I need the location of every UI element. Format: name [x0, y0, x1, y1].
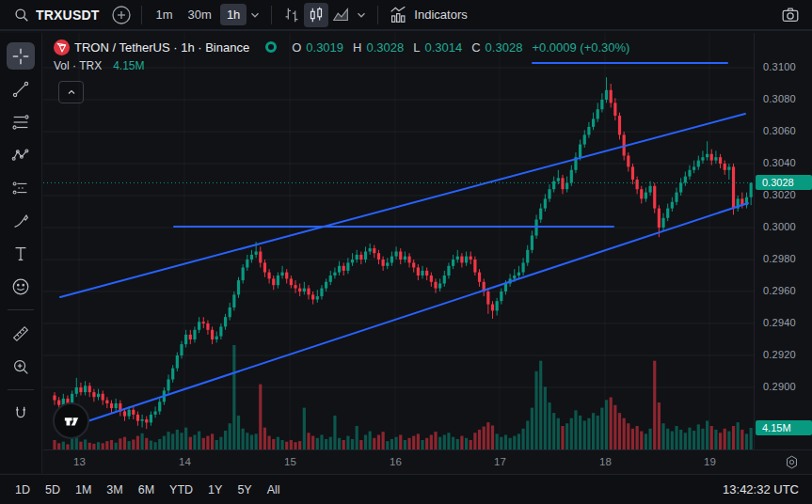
text-tool-icon[interactable]: [7, 240, 35, 267]
time-label-15: 15: [284, 456, 296, 467]
brush-tool-icon[interactable]: [7, 207, 35, 234]
range-5y[interactable]: 5Y: [230, 480, 259, 499]
price-label-0.3060: 0.3060: [763, 125, 796, 136]
volume-value-badge: 4.15M: [756, 420, 812, 435]
zoom-in-icon[interactable]: [7, 353, 35, 380]
tradingview-logo-icon: [61, 411, 82, 432]
tradingview-watermark: [53, 402, 89, 439]
chevron-up-icon: [66, 87, 77, 98]
close-label: C: [471, 39, 480, 55]
range-5d[interactable]: 5D: [38, 480, 68, 499]
range-1y[interactable]: 1Y: [200, 480, 230, 499]
symbol-button[interactable]: TRXUSDT: [36, 8, 100, 23]
date-range-group: 1D5D1M3M6MYTD1Y5YAll: [8, 480, 288, 499]
volume-value: 4.15M: [113, 58, 144, 74]
interval-group: 1m30m1h: [150, 4, 247, 25]
price-label-0.3020: 0.3020: [763, 189, 796, 200]
chart-style-chevron-down-icon[interactable]: [353, 3, 370, 27]
range-all[interactable]: All: [260, 480, 288, 499]
price-label-0.2920: 0.2920: [763, 349, 796, 360]
toolbar-separator: [271, 6, 272, 24]
time-label-17: 17: [494, 456, 506, 467]
camera-icon[interactable]: [778, 3, 803, 27]
bars-style-icon[interactable]: [279, 3, 304, 27]
time-label-13: 13: [73, 456, 86, 467]
change-value: +0.0009 (+0.30%): [532, 39, 629, 55]
high-label: H: [353, 39, 361, 55]
open-value: 0.3019: [306, 39, 343, 55]
symbol-title[interactable]: TRON / TetherUS · 1h · Binance: [74, 39, 249, 55]
indicators-icon[interactable]: [386, 3, 410, 27]
legend-collapse-button[interactable]: [58, 81, 84, 103]
open-label: O: [292, 39, 301, 55]
area-style-icon[interactable]: [328, 3, 353, 27]
time-label-18: 18: [599, 456, 612, 467]
interval-1h[interactable]: 1h: [220, 4, 247, 25]
clock[interactable]: 13:42:32 UTC: [723, 482, 804, 496]
price-label-0.3080: 0.3080: [763, 93, 796, 104]
forecast-position-tool-icon[interactable]: [7, 174, 35, 201]
toolbar-divider: [8, 309, 34, 310]
time-label-14: 14: [179, 456, 191, 467]
pattern-tool-icon[interactable]: [7, 141, 35, 168]
trend-line-tool-icon[interactable]: [7, 75, 35, 102]
tradingview-app: TRXUSDT 1m30m1h: [0, 0, 812, 504]
price-label-0.3000: 0.3000: [763, 221, 796, 232]
price-label-0.2900: 0.2900: [763, 381, 796, 392]
candles-style-icon[interactable]: [304, 3, 328, 27]
bottom-toolbar: 1D5D1M3M6MYTD1Y5YAll 13:42:32 UTC: [0, 474, 812, 504]
drawing-toolbar: [0, 33, 42, 473]
price-label-0.2940: 0.2940: [763, 317, 796, 328]
fib-retracement-tool-icon[interactable]: [7, 108, 35, 135]
interval-30m[interactable]: 30m: [182, 4, 218, 25]
range-1m[interactable]: 1M: [68, 480, 99, 499]
price-axis[interactable]: 0.31000.30800.30600.30400.30200.30000.29…: [754, 33, 812, 449]
time-axis[interactable]: 13141516171819: [43, 449, 812, 474]
axis-settings-icon[interactable]: [784, 454, 800, 474]
time-label-19: 19: [704, 456, 716, 467]
magnet-tool-icon[interactable]: [7, 400, 35, 427]
range-1d[interactable]: 1D: [8, 480, 38, 499]
price-label-0.2960: 0.2960: [763, 285, 796, 296]
range-6m[interactable]: 6M: [131, 480, 162, 499]
chart-legend: TRON / TetherUS · 1h · Binance O 0.3019 …: [54, 39, 629, 74]
interval-chevron-down-icon[interactable]: [247, 3, 263, 27]
volume-label: Vol · TRX: [54, 58, 102, 74]
measure-ruler-icon[interactable]: [7, 320, 35, 347]
price-label-0.3100: 0.3100: [763, 61, 796, 72]
low-label: L: [413, 39, 420, 55]
price-chart-canvas[interactable]: [43, 33, 754, 449]
interval-1m[interactable]: 1m: [150, 4, 180, 25]
price-label-0.2980: 0.2980: [763, 253, 796, 264]
time-label-16: 16: [390, 456, 402, 467]
toolbar-divider: [8, 389, 34, 390]
toolbar-separator: [377, 6, 378, 24]
top-toolbar: TRXUSDT 1m30m1h: [0, 0, 812, 31]
tron-logo: [54, 39, 70, 55]
market-status-dot[interactable]: [265, 41, 277, 53]
price-label-0.3040: 0.3040: [763, 157, 796, 168]
toolbar-separator: [141, 6, 142, 24]
last-price-badge: 0.3028: [756, 175, 812, 190]
emoji-tool-icon[interactable]: [7, 273, 35, 300]
search-icon[interactable]: [9, 3, 34, 27]
crosshair-tool-icon[interactable]: [7, 42, 35, 70]
range-3m[interactable]: 3M: [99, 480, 130, 499]
indicators-button[interactable]: Indicators: [414, 8, 467, 22]
low-value: 0.3014: [424, 39, 462, 55]
close-value: 0.3028: [486, 39, 523, 55]
compare-add-symbol-icon[interactable]: [109, 3, 134, 27]
high-value: 0.3028: [366, 39, 404, 55]
range-ytd[interactable]: YTD: [162, 480, 200, 499]
